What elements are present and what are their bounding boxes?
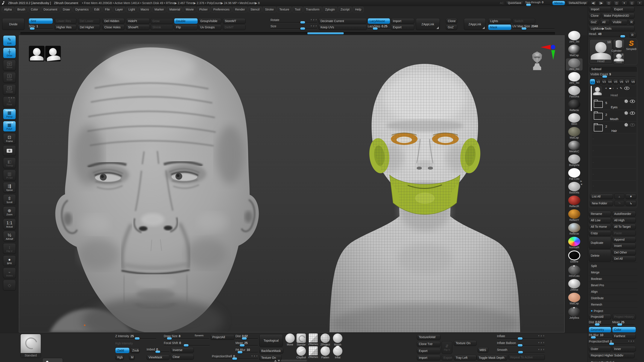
visibility-eye-icon[interactable] <box>630 100 635 103</box>
brush-icon-claybuil[interactable]: ClayBuil <box>296 346 306 359</box>
projectionshell-slider[interactable]: ProjectionShell0x y z <box>589 340 634 345</box>
visibility-eye-icon[interactable] <box>630 111 635 115</box>
zoom-button[interactable]: ⊕Zoom <box>3 207 16 217</box>
brush-icon-zremes[interactable]: ZRemes <box>308 334 318 346</box>
project-history-button[interactable]: Project History <box>612 314 636 320</box>
head-slider[interactable]: Head.48 <box>589 32 628 38</box>
brush-icon-move[interactable]: Move <box>285 334 296 346</box>
camera-button[interactable] <box>3 145 16 156</box>
color-button[interactable]: Color <box>612 327 636 333</box>
subtool-item-eyes[interactable]: 5Eyes <box>592 98 636 110</box>
all-button[interactable]: All <box>600 19 610 25</box>
x-button[interactable]: ▼ <box>626 194 636 199</box>
export-button[interactable]: Export <box>612 6 634 12</box>
hidept-button[interactable]: HidePt <box>126 18 150 24</box>
mean-slider[interactable]: Mean25 <box>236 341 258 347</box>
import-button[interactable]: Import <box>589 6 611 12</box>
subtool-scrollbar[interactable] <box>591 86 592 111</box>
material-matcap-19[interactable]: MatCap <box>566 293 582 305</box>
pa-blur-slider[interactable]: PA Blur10 <box>589 333 611 339</box>
clone-button[interactable]: Clone <box>446 18 457 24</box>
slider-handle[interactable] <box>240 344 244 347</box>
z-intensity-slider[interactable]: Z Intensity25 <box>115 334 156 340</box>
slider-track[interactable] <box>612 325 634 325</box>
all-high-button[interactable]: All High <box>612 217 636 223</box>
rotate-slider[interactable]: Rotatex y z <box>270 18 317 24</box>
menu-edit[interactable]: Edit <box>92 7 102 12</box>
slider-handle[interactable] <box>618 323 622 326</box>
showpt-button[interactable]: ShowPt <box>126 24 150 30</box>
slider-handle[interactable] <box>522 27 526 30</box>
menu-layer[interactable]: Layer <box>113 7 125 12</box>
slider-track[interactable] <box>270 22 317 23</box>
brush-icon-zremes[interactable]: ZRemes <box>308 346 318 359</box>
switch-button[interactable]: Switch <box>512 18 535 24</box>
menu-draw[interactable]: Draw <box>60 7 72 12</box>
flip-button[interactable]: Flip <box>174 24 198 30</box>
mbs-button[interactable]: MBS <box>478 347 488 353</box>
smt-button[interactable]: Smt <box>29 18 53 24</box>
gizmo-y-axis-icon[interactable] <box>551 50 555 60</box>
section-distribute[interactable]: Distribute <box>589 295 637 301</box>
slider-handle[interactable] <box>167 337 172 340</box>
lazystep-slider[interactable]: LazyStep0.25 <box>368 24 390 30</box>
lower-res-button[interactable]: Lower Res <box>54 18 76 24</box>
quicksave-button[interactable]: QuickSave <box>506 1 524 5</box>
scale-button[interactable]: SScale <box>3 72 16 83</box>
geometry-button[interactable]: Geometry <box>589 327 611 333</box>
edit-button[interactable]: ✎Edit <box>3 35 16 46</box>
tool-thumb-head-small[interactable]: 0Head <box>613 52 625 64</box>
textureraw-button[interactable]: TextureRAW <box>417 334 440 340</box>
section-boolean[interactable]: Boolean <box>589 275 637 282</box>
slider-handle[interactable] <box>595 323 600 326</box>
material-fastsha-4[interactable]: FastSha <box>566 86 582 98</box>
size-slider[interactable]: Sizex y z <box>270 24 317 30</box>
reference-thumb-2[interactable] <box>45 46 61 61</box>
menu-help[interactable]: Help <box>353 7 364 12</box>
slider-handle[interactable] <box>518 344 522 347</box>
backfacemask-button[interactable]: BackfaceMask <box>259 348 283 354</box>
menu-zscript[interactable]: Zscript <box>338 7 352 12</box>
camera-head-widget[interactable] <box>531 50 543 76</box>
bpr-button[interactable]: ●BPR <box>3 255 16 266</box>
brush-icon-zproject[interactable]: ZProject <box>320 334 330 346</box>
material-blinn-6[interactable]: Blinn <box>566 113 582 125</box>
slider-track[interactable] <box>270 28 317 29</box>
repeat-to-active-button[interactable]: Repeat To Active <box>508 355 545 360</box>
material-hsvcolo-17[interactable]: HSVColo <box>566 265 582 278</box>
uv-map-size-slider[interactable]: UV Map Size2048 <box>512 24 554 30</box>
slider-track[interactable] <box>589 325 611 325</box>
x-button[interactable]: ↷ <box>614 201 624 206</box>
brush-icon-flatten[interactable]: Flatten <box>320 346 330 359</box>
pt-sel-button[interactable]: ▥Pt Sel <box>3 170 16 181</box>
persp-button[interactable]: Dynamic▦Persp <box>3 109 16 119</box>
section-project[interactable]: Project <box>589 308 637 314</box>
stroke-thumb-dots[interactable]: Dots <box>42 358 63 362</box>
menu-light[interactable]: Light <box>126 7 138 12</box>
import-button[interactable]: Import <box>391 18 414 24</box>
material-reflectr-12[interactable]: ReflectR <box>566 196 582 208</box>
rgb-button[interactable]: Rgb <box>115 355 124 360</box>
menu-texture[interactable]: Texture <box>277 7 292 12</box>
zadd-button[interactable]: Zadd <box>115 348 130 353</box>
slider-handle[interactable] <box>184 344 188 347</box>
menu-marker[interactable]: Marker <box>152 7 166 12</box>
focal-shift-slider[interactable]: Focal Shift0 <box>164 341 210 347</box>
material-zbro-mo-2[interactable]: zbro_mo <box>566 58 582 70</box>
section-merge[interactable]: Merge <box>589 269 637 275</box>
del-all-button[interactable]: Del All <box>612 256 636 261</box>
slider-handle[interactable] <box>609 343 614 345</box>
mean-slider[interactable]: Mean25 <box>612 320 634 326</box>
aahalf-button[interactable]: ½AAHalf <box>3 231 16 242</box>
tab-v7[interactable]: V7 <box>625 79 630 84</box>
projectall-button[interactable]: ProjectAll <box>589 314 611 320</box>
list-all-button[interactable]: List All <box>590 194 613 199</box>
rotate-button[interactable]: RRotate <box>3 84 16 95</box>
section-project-basrelief[interactable]: Project BasRelief <box>589 359 637 362</box>
tab-v5[interactable]: V5 <box>613 79 618 84</box>
shrink-button[interactable]: Shrink <box>150 24 173 30</box>
brush-icon-morph[interactable]: Morph <box>332 334 343 346</box>
visible-button[interactable]: Visible <box>611 19 628 25</box>
zapplink-button[interactable]: ZAppLink <box>464 18 486 30</box>
tray-scroll-left-button[interactable]: ◀|| <box>590 1 596 5</box>
